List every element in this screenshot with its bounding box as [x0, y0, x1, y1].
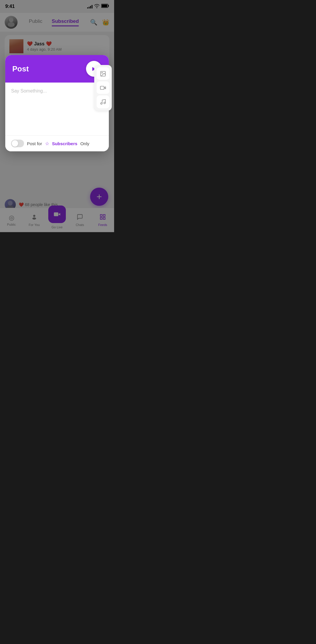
- video-upload-button[interactable]: [97, 81, 109, 94]
- only-label: Only: [80, 141, 89, 146]
- music-upload-button[interactable]: [97, 95, 109, 108]
- image-upload-button[interactable]: [97, 67, 109, 80]
- svg-point-9: [104, 102, 106, 104]
- modal-footer: Post for ☆ Subscribers Only: [5, 135, 109, 151]
- text-placeholder: Say Something...: [11, 88, 47, 93]
- side-icons-panel: [94, 65, 112, 111]
- modal-title: Post: [12, 64, 29, 73]
- text-area-wrapper: Say Something...: [5, 83, 109, 135]
- svg-point-8: [101, 103, 102, 105]
- svg-rect-6: [100, 86, 104, 89]
- subscribers-label[interactable]: Subscribers: [52, 141, 78, 146]
- post-modal: Post ► Say Something...: [5, 55, 109, 151]
- star-icon: ☆: [45, 141, 49, 146]
- subscribers-toggle[interactable]: [11, 140, 24, 147]
- svg-marker-7: [104, 87, 106, 89]
- svg-point-5: [102, 72, 102, 73]
- toggle-knob: [12, 140, 18, 147]
- post-for-label: Post for: [27, 141, 42, 146]
- modal-header: Post ►: [5, 55, 109, 83]
- modal-body: Say Something...: [5, 83, 109, 151]
